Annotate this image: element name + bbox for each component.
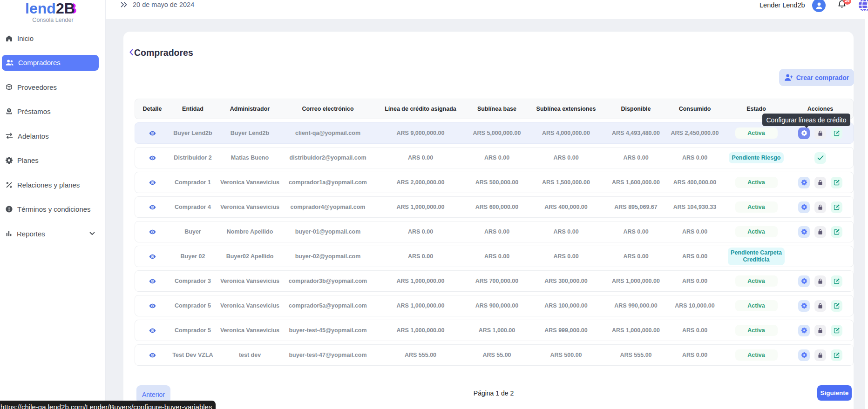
svg-text:lend: lend	[25, 0, 56, 17]
svg-text:$: $	[8, 108, 10, 112]
svg-text:2B: 2B	[56, 0, 75, 17]
